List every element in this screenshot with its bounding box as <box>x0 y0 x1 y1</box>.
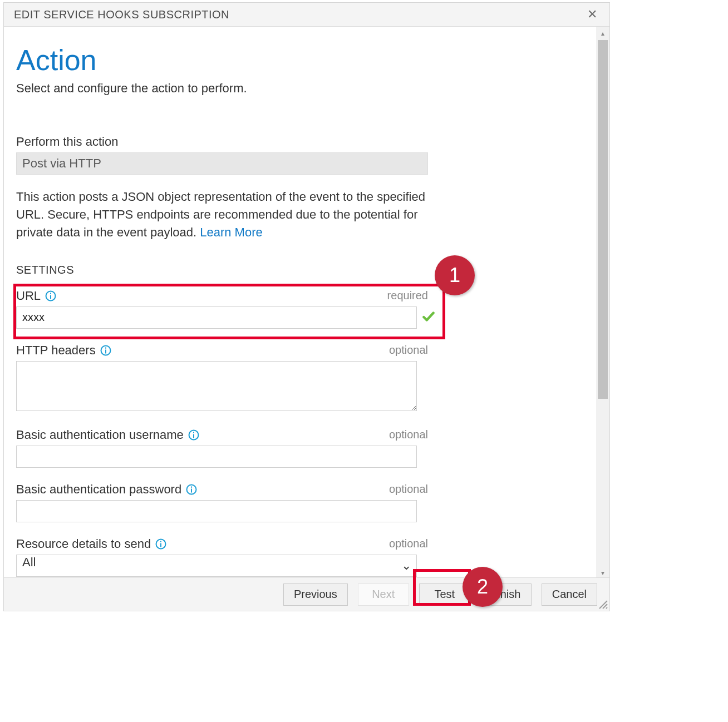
url-label: URL <box>16 289 41 303</box>
cancel-button[interactable]: Cancel <box>542 583 597 606</box>
basic-password-label: Basic authentication password <box>16 482 181 497</box>
http-headers-label: HTTP headers <box>16 343 96 358</box>
field-http-headers: HTTP headers optional <box>16 343 584 413</box>
field-basic-password-top: Basic authentication password optional <box>16 482 428 497</box>
field-resource-details-top: Resource details to send optional <box>16 537 428 551</box>
http-headers-input[interactable] <box>16 361 417 411</box>
dialog-title: EDIT SERVICE HOOKS SUBSCRIPTION <box>14 8 229 21</box>
action-description: This action posts a JSON object represen… <box>16 188 439 241</box>
info-icon[interactable] <box>155 538 166 550</box>
close-icon[interactable]: ✕ <box>585 7 599 22</box>
content-area: Action Select and configure the action t… <box>4 27 596 580</box>
svg-rect-7 <box>193 434 194 438</box>
svg-line-17 <box>606 607 607 609</box>
basic-username-hint: optional <box>389 428 428 441</box>
action-readonly-value: Post via HTTP <box>16 152 428 175</box>
field-basic-username: Basic authentication username optional <box>16 428 584 468</box>
svg-rect-14 <box>160 541 161 542</box>
learn-more-link[interactable]: Learn More <box>200 225 263 239</box>
field-http-headers-top: HTTP headers optional <box>16 343 428 358</box>
page-subheading: Select and configure the action to perfo… <box>16 81 584 96</box>
svg-rect-2 <box>50 293 51 294</box>
svg-rect-1 <box>50 295 51 299</box>
info-icon[interactable] <box>188 429 199 441</box>
dialog-footer: Previous Next Test Finish Cancel <box>4 577 609 611</box>
finish-button[interactable]: Finish <box>480 583 532 606</box>
svg-rect-11 <box>191 486 192 487</box>
http-headers-hint: optional <box>389 344 428 357</box>
check-icon <box>421 309 436 326</box>
svg-rect-4 <box>105 349 106 353</box>
previous-button[interactable]: Previous <box>283 583 348 606</box>
resource-details-select[interactable]: All <box>16 555 417 577</box>
basic-password-hint: optional <box>389 483 428 496</box>
scroll-thumb[interactable] <box>598 40 608 399</box>
svg-rect-13 <box>160 543 161 547</box>
field-url-top: URL required <box>16 289 428 303</box>
url-input[interactable] <box>16 306 417 329</box>
field-basic-username-top: Basic authentication username optional <box>16 428 428 442</box>
test-button[interactable]: Test <box>419 583 470 606</box>
dialog-window: EDIT SERVICE HOOKS SUBSCRIPTION ✕ Action… <box>3 2 610 611</box>
resize-grip-icon[interactable] <box>596 597 608 610</box>
basic-username-input[interactable] <box>16 446 417 468</box>
page-heading: Action <box>16 43 584 77</box>
next-button: Next <box>358 583 409 606</box>
resource-details-hint: optional <box>389 537 428 550</box>
dialog-header: EDIT SERVICE HOOKS SUBSCRIPTION ✕ <box>4 3 609 27</box>
info-icon[interactable] <box>100 345 111 356</box>
basic-password-input[interactable] <box>16 500 417 522</box>
action-label: Perform this action <box>16 135 584 149</box>
svg-rect-10 <box>191 488 192 492</box>
field-url: URL required <box>16 289 584 329</box>
svg-rect-5 <box>105 347 106 348</box>
basic-username-label: Basic authentication username <box>16 428 184 442</box>
settings-heading: SETTINGS <box>16 264 584 276</box>
field-basic-password: Basic authentication password optional <box>16 482 584 522</box>
info-icon[interactable] <box>45 290 56 301</box>
dialog-body: Action Select and configure the action t… <box>4 27 609 580</box>
url-hint: required <box>387 289 428 302</box>
resource-details-label: Resource details to send <box>16 537 151 551</box>
svg-rect-8 <box>193 432 194 433</box>
vertical-scrollbar[interactable]: ▴ ▾ <box>596 27 609 580</box>
scroll-up-icon[interactable]: ▴ <box>596 27 609 40</box>
field-resource-details: Resource details to send optional All ⌄ <box>16 537 584 577</box>
info-icon[interactable] <box>186 484 197 495</box>
